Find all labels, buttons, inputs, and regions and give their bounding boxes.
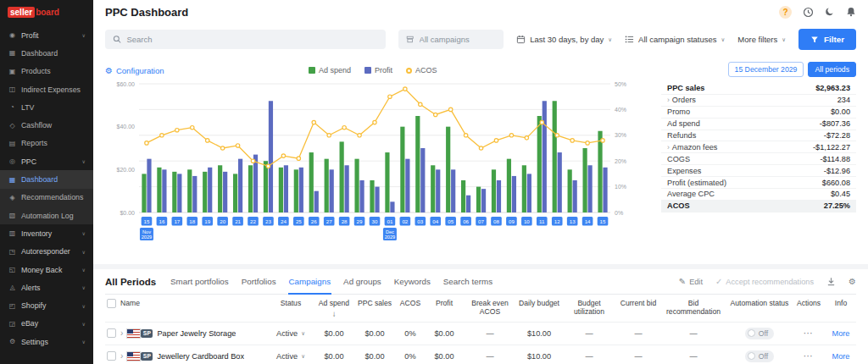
sidebar-item-profit[interactable]: ◉Profit∨ bbox=[0, 26, 93, 44]
sort-desc-icon[interactable]: ↓ bbox=[315, 309, 353, 318]
stat-label: ACOS bbox=[667, 201, 690, 210]
row-checkbox[interactable] bbox=[107, 328, 116, 338]
column-header-status[interactable]: Status bbox=[268, 295, 314, 322]
row-checkbox[interactable] bbox=[107, 351, 116, 361]
sidebar-item-recommendations[interactable]: ◈Recommendations bbox=[0, 189, 93, 207]
filter-button[interactable]: Filter bbox=[798, 29, 856, 50]
column-header-actions[interactable]: Actions bbox=[792, 295, 826, 322]
expand-chevron-icon[interactable]: › bbox=[120, 351, 123, 361]
column-header-name[interactable]: Name bbox=[105, 295, 268, 322]
expand-chevron-icon[interactable]: › bbox=[120, 328, 123, 338]
period-label[interactable]: All Periods bbox=[105, 277, 156, 287]
svg-text:0%: 0% bbox=[615, 210, 623, 216]
download-icon bbox=[826, 277, 836, 286]
sidebar-item-dashboard[interactable]: ▦Dashboard bbox=[0, 170, 93, 188]
column-header-automation-status[interactable]: Automation status bbox=[727, 295, 792, 322]
column-header-profit[interactable]: Profit bbox=[426, 295, 463, 322]
shopify-icon: ◰ bbox=[8, 302, 17, 310]
column-header-daily-budget[interactable]: Daily budget bbox=[517, 295, 561, 322]
select-all-checkbox[interactable] bbox=[107, 299, 116, 308]
help-icon[interactable]: ? bbox=[779, 6, 792, 19]
tab-search-terms[interactable]: Search terms bbox=[442, 269, 493, 295]
sidebar-item-products[interactable]: ▣Products bbox=[0, 63, 93, 80]
more-filters-dropdown[interactable]: More filters ∨ bbox=[737, 35, 786, 44]
sidebar-item-shopify[interactable]: ◰Shopify∨ bbox=[0, 296, 93, 314]
svg-text:07: 07 bbox=[478, 218, 484, 224]
svg-text:23: 23 bbox=[265, 218, 271, 224]
status-dropdown[interactable]: Active∨ bbox=[276, 352, 305, 361]
search-input[interactable] bbox=[126, 35, 378, 44]
tab-smart-portfolios[interactable]: Smart portfolios bbox=[170, 269, 230, 295]
row-actions-menu[interactable]: ⋯ bbox=[804, 328, 815, 338]
tab-keywords[interactable]: Keywords bbox=[393, 269, 431, 295]
notifications-bell-icon[interactable] bbox=[846, 7, 856, 17]
all-periods-button[interactable]: All periods bbox=[808, 62, 856, 77]
filter-button-label: Filter bbox=[824, 35, 844, 44]
more-info-link[interactable]: More bbox=[832, 329, 850, 338]
sidebar-item-ebay[interactable]: ◲eBay∨ bbox=[0, 315, 93, 333]
svg-text:09: 09 bbox=[509, 218, 515, 224]
campaign-statuses-dropdown[interactable]: All campaign statuses ∨ bbox=[625, 35, 725, 44]
edit-button[interactable]: ✎ Edit bbox=[679, 277, 703, 286]
sidebar-item-ppc[interactable]: ◎PPC∨ bbox=[0, 152, 93, 170]
accept-recommendations-button[interactable]: ✓ Accept recommendations bbox=[715, 277, 814, 286]
sidebar-item-settings[interactable]: ⚙Settings∨ bbox=[0, 333, 93, 350]
column-header-current-bid[interactable]: Current bid bbox=[617, 295, 659, 322]
automation-toggle[interactable]: Off bbox=[745, 350, 774, 362]
svg-text:40%: 40% bbox=[615, 107, 626, 113]
chevron-down-icon: ∨ bbox=[301, 330, 305, 337]
column-header-bid-recommendation[interactable]: Bid recommendation bbox=[659, 295, 727, 322]
sidebar-item-indirect-expenses[interactable]: ◫Indirect Expenses bbox=[0, 80, 93, 98]
campaigns-box[interactable] bbox=[398, 30, 504, 49]
svg-text:2029: 2029 bbox=[385, 234, 395, 240]
export-download-button[interactable] bbox=[826, 277, 836, 286]
column-header-ad-spend[interactable]: Ad spend↓ bbox=[314, 295, 354, 322]
sidebar-item-dashboard[interactable]: ▦Dashboard bbox=[0, 44, 93, 62]
dark-mode-moon-icon[interactable] bbox=[825, 7, 835, 17]
row-actions-menu[interactable]: ⋯ bbox=[804, 350, 815, 361]
tab-portfolios[interactable]: Portfolios bbox=[241, 269, 277, 295]
sidebar-item-alerts[interactable]: ◬Alerts∨ bbox=[0, 279, 93, 296]
legend-item-profit[interactable]: Profit bbox=[364, 66, 392, 74]
svg-text:29: 29 bbox=[357, 218, 363, 224]
svg-text:04: 04 bbox=[432, 218, 438, 224]
sidebar-item-autoresponder[interactable]: ◳Autoresponder∨ bbox=[0, 243, 93, 261]
sidebar-item-cashflow[interactable]: ◇Cashflow bbox=[0, 116, 93, 134]
sidebar-item-automation-log[interactable]: ▧Automation Log bbox=[0, 207, 93, 224]
cell-bid_recommendation: — bbox=[659, 322, 727, 345]
sidebar-item-inventory[interactable]: ▥Inventory∨ bbox=[0, 224, 93, 242]
automation-log-icon: ▧ bbox=[8, 212, 17, 219]
sidebar-item-label: eBay bbox=[21, 319, 38, 328]
table-settings-button[interactable]: ⚙ bbox=[849, 277, 856, 286]
more-info-link[interactable]: More bbox=[832, 352, 850, 361]
sidebar-item-reports[interactable]: ▤Reports bbox=[0, 135, 93, 152]
history-clock-icon[interactable] bbox=[803, 7, 814, 18]
stat-label: Ad spend bbox=[667, 119, 700, 128]
sidebar-item-label: Indirect Expenses bbox=[21, 85, 81, 94]
tab-campaigns[interactable]: Campaigns bbox=[288, 269, 332, 295]
date-range-dropdown[interactable]: Last 30 days, by day ∨ bbox=[516, 35, 612, 44]
column-header-info[interactable]: Info bbox=[826, 295, 856, 322]
stat-row-amazon-fees[interactable]: ›Amazon fees-$1,122.27 bbox=[661, 141, 856, 153]
automation-toggle[interactable]: Off bbox=[745, 328, 774, 339]
selected-date-button[interactable]: 15 December 2029 bbox=[728, 62, 804, 77]
column-header-break-even-acos[interactable]: Break even ACOS bbox=[463, 295, 517, 322]
sidebar-item-money-back[interactable]: ◱Money Back∨ bbox=[0, 261, 93, 279]
campaigns-input[interactable] bbox=[420, 35, 497, 44]
tab-ad-groups[interactable]: Ad groups bbox=[342, 269, 382, 295]
column-header-acos[interactable]: ACOS bbox=[395, 295, 426, 322]
sidebar-item-label: Inventory bbox=[21, 229, 52, 238]
status-dropdown[interactable]: Active∨ bbox=[276, 329, 305, 338]
sidebar-item-ltv[interactable]: ◔LTV bbox=[0, 98, 93, 116]
chevron-down-icon: ∨ bbox=[82, 303, 86, 309]
stat-row-orders[interactable]: ›Orders234 bbox=[661, 95, 856, 107]
chevron-down-icon: ∨ bbox=[301, 353, 305, 360]
legend-item-ad-spend[interactable]: Ad spend bbox=[309, 66, 351, 74]
legend-item-acos[interactable]: ACOS bbox=[406, 66, 437, 74]
chevron-down-icon: ∨ bbox=[721, 36, 726, 43]
configuration-link[interactable]: ⚙ Configuration bbox=[105, 66, 164, 75]
column-header-ppc-sales[interactable]: PPC sales bbox=[354, 295, 395, 322]
column-header-budget-utilization[interactable]: Budget utilization bbox=[561, 295, 617, 322]
search-box[interactable] bbox=[105, 30, 386, 49]
sellerboard-logo[interactable]: seller board bbox=[0, 0, 93, 24]
